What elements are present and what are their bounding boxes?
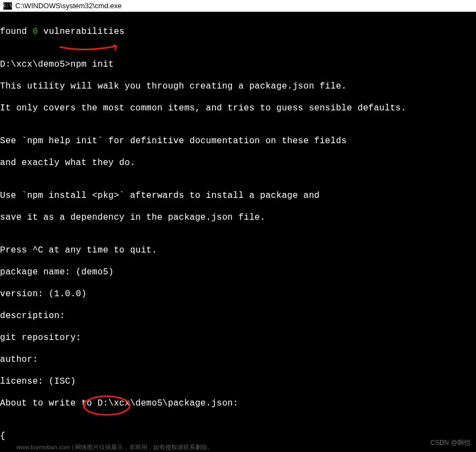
watermark-csdn: CSDN @啊恺 [430,438,471,448]
prompt-version: version: (1.0.0) [0,289,476,300]
window-titlebar: C:\ C:\WINDOWS\system32\cmd.exe [0,0,476,12]
window-title: C:\WINDOWS\system32\cmd.exe [15,2,121,10]
output-line: Use `npm install <pkg>` afterwards to in… [0,190,476,201]
prompt-package-name: package name: (demo5) [0,267,476,278]
json-line: { [0,431,476,442]
prompt-git-repo: git repository: [0,332,476,343]
vuln-count: 0 [32,27,38,37]
command-npm-init: npm init [71,60,114,69]
output-line: This utility will walk you through creat… [0,81,476,92]
watermark-source: www.toymoban.com | 网络图片仅供展示，非商用，如有侵权请联系删… [16,443,213,451]
prompt-license: license: (ISC) [0,376,476,387]
output-line: It only covers the most common items, an… [0,103,476,114]
output-line: Press ^C at any time to quit. [0,245,476,256]
prompt-author: author: [0,354,476,365]
output-line: About to write to D:\xcx\demo5\package.j… [0,398,476,409]
output-line: found 0 vulnerabilities [0,26,476,37]
output-line: save it as a dependency in the package.j… [0,212,476,223]
prompt-description: description: [0,310,476,321]
cmd-icon: C:\ [3,2,12,10]
prompt-line: D:\xcx\demo5>npm init [0,59,476,70]
output-line: and exactly what they do. [0,157,476,168]
terminal-output[interactable]: found 0 vulnerabilities D:\xcx\demo5>npm… [0,12,476,452]
output-line: See `npm help init` for definitive docum… [0,136,476,146]
